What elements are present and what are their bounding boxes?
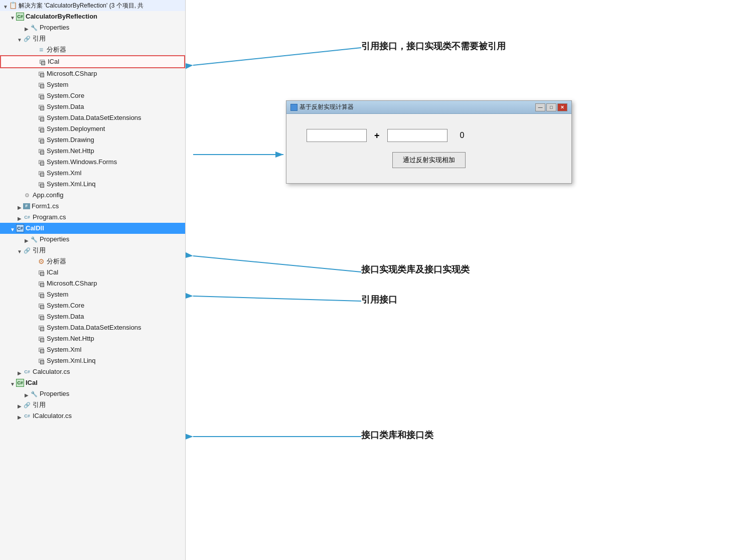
project1-properties[interactable]: 🔧 Properties: [0, 22, 185, 33]
form1cs-label: Form1.cs: [32, 201, 59, 211]
project2-system-data[interactable]: System.Data: [0, 311, 185, 322]
project2-references[interactable]: 🔗 引用: [0, 245, 185, 256]
plus-operator: +: [374, 130, 380, 141]
appconfig-icon: ⚙: [23, 191, 31, 199]
project1-form1cs[interactable]: F Form1.cs: [0, 201, 185, 212]
caldll-ical-label: ICal: [47, 267, 58, 277]
project1-system-winforms[interactable]: System.Windows.Forms: [0, 157, 185, 168]
project2-ms-csharp[interactable]: Microsoft.CSharp: [0, 278, 185, 289]
solution-label: 解决方案 'CalculatorByReflection' (3 个项目, 共: [19, 1, 143, 11]
windows-form-dialog[interactable]: 基于反射实现计算器 — □ ✕ + 0 通过反射实现相加: [286, 100, 572, 184]
caldll-sysDataDse-label: System.Data.DataSetExtensions: [47, 323, 141, 333]
project1-references[interactable]: 🔗 引用: [0, 33, 185, 44]
project1-programcs[interactable]: C# Program.cs: [0, 212, 185, 223]
annotation-2: 接口实现类库及接口实现类: [361, 263, 470, 275]
sysXml1-label: System.Xml: [47, 168, 81, 178]
caldll-sysCore-icon: [37, 302, 45, 310]
project3-icalculatorcs[interactable]: C# ICalculator.cs: [0, 410, 185, 422]
input-field-1[interactable]: [307, 129, 367, 142]
ical1-icon: [38, 58, 46, 66]
close-button[interactable]: ✕: [557, 103, 567, 111]
ical-properties-label: Properties: [40, 389, 69, 399]
project1-system-data[interactable]: System.Data: [0, 101, 185, 112]
project2-system-nethttp[interactable]: System.Net.Http: [0, 333, 185, 344]
project2-system[interactable]: System: [0, 289, 185, 300]
caldll-sysNetHttp-icon: [37, 335, 45, 343]
form1cs-arrow: [16, 203, 23, 210]
references-icon: 🔗: [23, 35, 31, 43]
properties-icon: 🔧: [30, 24, 38, 32]
project1-ical-ref[interactable]: ICal: [0, 55, 185, 68]
project-caldll[interactable]: C# CalDll: [0, 223, 185, 234]
references-label: 引用: [33, 34, 46, 44]
project1-system-xmllinq[interactable]: System.Xml.Linq: [0, 179, 185, 190]
project1-ms-csharp[interactable]: Microsoft.CSharp: [0, 68, 185, 79]
sysXml1-icon: [37, 169, 45, 177]
calculate-button[interactable]: 通过反射实现相加: [392, 152, 466, 168]
project3-properties[interactable]: 🔧 Properties: [0, 388, 185, 399]
annotation2-text: 接口实现类库及接口实现类: [361, 263, 470, 275]
sysData1-label: System.Data: [47, 102, 84, 112]
project2-calculatorcs[interactable]: C# Calculator.cs: [0, 366, 185, 377]
project-ical[interactable]: C# ICal: [0, 377, 185, 388]
project1-system-core[interactable]: System.Core: [0, 90, 185, 101]
dialog-body: + 0 通过反射实现相加: [286, 114, 571, 183]
minimize-button[interactable]: —: [535, 103, 545, 111]
dialog-title-text: 基于反射实现计算器: [300, 103, 354, 111]
properties-label: Properties: [40, 23, 69, 33]
sysDataDse1-icon: [37, 114, 45, 122]
sysXmlLinq1-label: System.Xml.Linq: [47, 179, 96, 189]
project2-system-xmllinq[interactable]: System.Xml.Linq: [0, 355, 185, 366]
project2-ical-ref[interactable]: ICal: [0, 267, 185, 278]
sysCore1-label: System.Core: [47, 91, 84, 101]
ical-refs-label: 引用: [33, 400, 46, 410]
caldll-ical-icon: [37, 268, 45, 276]
project1-system-xml[interactable]: System.Xml: [0, 168, 185, 179]
project2-system-core[interactable]: System.Core: [0, 300, 185, 311]
project3-references[interactable]: 🔗 引用: [0, 399, 185, 410]
project2-analyzer[interactable]: ⚙ 分析器: [0, 256, 185, 267]
project2-label: CalDll: [26, 223, 44, 233]
caldll-mscsharp-label: Microsoft.CSharp: [47, 278, 97, 289]
props-expand: [23, 24, 30, 31]
mscsharp1-label: Microsoft.CSharp: [47, 69, 97, 79]
project2-system-xml[interactable]: System.Xml: [0, 344, 185, 355]
icalculatorcs-label: ICalculator.cs: [33, 411, 72, 421]
sysData1-icon: [37, 103, 45, 111]
programcs-arrow: [16, 214, 23, 221]
sysDraw1-icon: [37, 136, 45, 144]
analyzer-label: 分析器: [47, 45, 66, 55]
input-field-2[interactable]: [387, 129, 447, 142]
dialog-titlebar: 基于反射实现计算器 — □ ✕: [286, 101, 571, 114]
icalculatorcs-icon: C#: [23, 412, 31, 420]
annotation4-text: 接口类库和接口类: [361, 429, 433, 441]
sysXmlLinq1-icon: [37, 180, 45, 188]
annotation-4: 接口类库和接口类: [361, 429, 433, 441]
solution-header[interactable]: 📋 解决方案 'CalculatorByReflection' (3 个项目, …: [0, 0, 185, 11]
ical1-label: ICal: [48, 57, 59, 67]
mscsharp1-icon: [37, 70, 45, 78]
solution-explorer: 📋 解决方案 'CalculatorByReflection' (3 个项目, …: [0, 0, 186, 560]
system1-label: System: [47, 80, 68, 90]
project2-icon: C#: [16, 224, 24, 232]
project2-system-data-dse[interactable]: System.Data.DataSetExtensions: [0, 322, 185, 333]
caldll-sysXmlLinq-icon: [37, 357, 45, 365]
caldll-sysNetHttp-label: System.Net.Http: [47, 334, 94, 344]
project1-system-drawing[interactable]: System.Drawing: [0, 134, 185, 146]
project1-appconfig[interactable]: ⚙ App.config: [0, 190, 185, 201]
project2-properties[interactable]: 🔧 Properties: [0, 234, 185, 245]
maximize-button[interactable]: □: [546, 103, 556, 111]
caldll-refs-arrow: [16, 247, 23, 254]
project-calculatorbyreflection[interactable]: C# CalculatorByReflection: [0, 11, 185, 22]
project1-system[interactable]: System: [0, 79, 185, 90]
dialog-controls: — □ ✕: [535, 103, 567, 111]
programcs-label: Program.cs: [33, 212, 66, 222]
svg-line-2: [193, 48, 361, 65]
project1-system-data-dse[interactable]: System.Data.DataSetExtensions: [0, 112, 185, 123]
project1-system-deployment[interactable]: System.Deployment: [0, 123, 185, 134]
ical-refs-arrow: [16, 401, 23, 408]
programcs-icon: C#: [23, 213, 31, 221]
project1-analyzer[interactable]: ≡ 分析器: [0, 44, 185, 55]
project1-system-nethttp[interactable]: System.Net.Http: [0, 146, 185, 157]
annotation-3: 引用接口: [361, 294, 397, 306]
